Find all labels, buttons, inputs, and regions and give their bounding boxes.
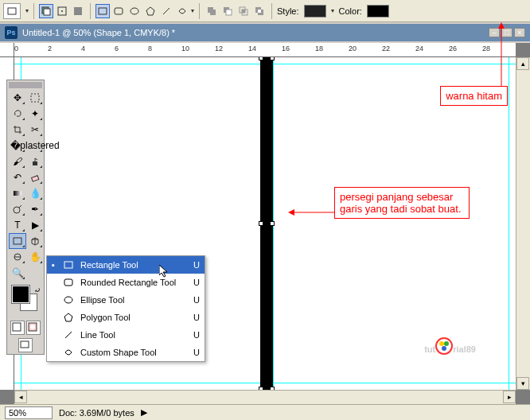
svg-marker-41 xyxy=(64,313,72,321)
menu-item-line-tool[interactable]: Line Tool U xyxy=(47,326,205,344)
blur-tool[interactable]: 💧 xyxy=(26,185,44,201)
style-dropdown-arrow[interactable]: ▾ xyxy=(331,7,334,14)
style-swatch[interactable] xyxy=(304,5,326,18)
svg-rect-2 xyxy=(44,9,50,15)
3d-tool[interactable] xyxy=(26,233,44,249)
lasso-tool[interactable] xyxy=(9,106,26,122)
bullet-icon: ▪ xyxy=(52,260,57,270)
color-label: Color: xyxy=(339,6,362,16)
ellipse-shape-button[interactable] xyxy=(127,4,142,18)
svg-rect-14 xyxy=(226,10,232,15)
move-tool[interactable]: ✥ xyxy=(9,90,26,106)
menu-item-label: Line Tool xyxy=(80,330,115,340)
dropdown-arrow-icon[interactable]: ▾ xyxy=(25,7,29,14)
shape-icon xyxy=(63,278,74,287)
menu-item-shortcut: U xyxy=(193,260,200,270)
ruler-origin[interactable] xyxy=(0,43,14,57)
ruler-tick: 18 xyxy=(315,45,323,52)
scroll-right-button[interactable]: ▸ xyxy=(503,391,516,403)
svg-point-36 xyxy=(30,325,35,329)
transform-bounding-box[interactable] xyxy=(260,57,273,390)
rounded-rectangle-shape-button[interactable] xyxy=(111,4,126,18)
scroll-left-button[interactable]: ◂ xyxy=(14,391,27,403)
ruler-tick: 14 xyxy=(248,45,256,52)
annotation-arrow-icon xyxy=(497,22,506,86)
annotation-rectangle: persegi panjang sebesar garis yang tadi … xyxy=(334,187,470,219)
menu-item-label: Rounded Rectangle Tool xyxy=(80,278,176,287)
shape-icon xyxy=(63,330,74,340)
zoom-tool[interactable]: 🔍 xyxy=(9,265,26,281)
document-info-dropdown[interactable]: ▶ xyxy=(141,407,147,418)
ruler-tick: 20 xyxy=(349,45,357,52)
brush-tool[interactable]: 🖌 xyxy=(9,154,26,169)
guide-vertical[interactable] xyxy=(509,57,509,390)
transform-handle[interactable] xyxy=(270,221,275,226)
svg-rect-17 xyxy=(242,10,245,13)
zoom-input[interactable]: 50% xyxy=(5,406,53,419)
foreground-color-swatch[interactable] xyxy=(12,286,29,303)
marquee-tool[interactable] xyxy=(26,90,44,106)
menu-item-label: Custom Shape Tool xyxy=(80,348,157,357)
shape-icon xyxy=(63,348,74,357)
menu-item-rectangle-tool[interactable]: ▪ Rectangle Tool U xyxy=(47,256,205,274)
scrollbar-vertical[interactable]: ▴ ▾ xyxy=(516,57,530,390)
ruler-tick: 6 xyxy=(115,45,119,52)
standard-mode-button[interactable] xyxy=(10,321,25,335)
svg-rect-12 xyxy=(210,10,216,15)
color-swatch[interactable] xyxy=(367,5,389,18)
menu-item-polygon-tool[interactable]: Polygon Tool U xyxy=(47,309,205,326)
subtract-from-shape-button[interactable] xyxy=(220,4,235,18)
healing-brush-tool[interactable]: �plastered xyxy=(26,138,44,154)
cursor-icon xyxy=(159,265,172,278)
close-button[interactable]: × xyxy=(514,28,525,37)
eraser-tool[interactable] xyxy=(26,169,44,185)
rectangle-shape-tool[interactable] xyxy=(9,233,26,249)
screen-mode-button[interactable] xyxy=(18,338,33,352)
path-selection-tool[interactable]: ▶ xyxy=(26,217,44,233)
shape-layers-button[interactable] xyxy=(39,4,53,18)
polygon-shape-button[interactable] xyxy=(143,4,158,18)
menu-item-label: Rectangle Tool xyxy=(80,260,138,270)
clone-stamp-tool[interactable] xyxy=(26,154,44,169)
add-to-shape-button[interactable] xyxy=(205,4,219,18)
scroll-down-button[interactable]: ▾ xyxy=(516,377,529,390)
type-tool[interactable]: T xyxy=(9,217,26,233)
svg-rect-31 xyxy=(14,238,21,244)
rectangle-shape-button[interactable] xyxy=(95,4,110,18)
shape-tool-flyout-menu: ▪ Rectangle Tool U Rounded Rectangle Too… xyxy=(46,255,205,362)
magic-wand-tool[interactable]: ✦ xyxy=(26,106,44,122)
menu-item-custom-shape-tool[interactable]: Custom Shape Tool U xyxy=(47,344,205,361)
ruler-horizontal[interactable]: 0246810121416182022242628 xyxy=(14,43,516,57)
hand-tool[interactable]: ✋ xyxy=(26,249,44,265)
menu-item-rounded-rectangle-tool[interactable]: Rounded Rectangle Tool U xyxy=(47,274,205,291)
transform-handle[interactable] xyxy=(259,221,263,226)
intersect-shape-button[interactable] xyxy=(236,4,251,18)
tool-preset-picker[interactable] xyxy=(3,3,21,19)
paths-button[interactable] xyxy=(55,4,69,18)
gradient-tool[interactable] xyxy=(9,185,26,201)
exclude-shape-button[interactable] xyxy=(252,4,267,18)
shape-options-dropdown[interactable]: ▾ xyxy=(191,7,194,14)
svg-marker-47 xyxy=(288,209,294,216)
3d-camera-tool[interactable] xyxy=(9,249,26,265)
scroll-up-button[interactable]: ▴ xyxy=(516,57,529,70)
pen-tool[interactable]: ✒ xyxy=(26,201,44,217)
svg-point-8 xyxy=(131,8,138,14)
line-shape-button[interactable] xyxy=(159,4,173,18)
svg-marker-45 xyxy=(498,22,505,29)
scrollbar-horizontal[interactable]: ◂ ▸ xyxy=(14,390,516,404)
menu-item-ellipse-tool[interactable]: Ellipse Tool U xyxy=(47,291,205,309)
quick-mask-button[interactable] xyxy=(26,321,41,335)
photoshop-icon: Ps xyxy=(5,26,18,39)
custom-shape-button[interactable] xyxy=(175,4,189,18)
watermark: tutrial89 xyxy=(424,333,476,358)
crop-tool[interactable] xyxy=(9,122,26,138)
ruler-tick: 28 xyxy=(482,45,490,52)
svg-rect-39 xyxy=(64,279,72,286)
history-brush-tool[interactable]: ↶ xyxy=(9,169,26,185)
swap-colors-icon[interactable]: ⤾ xyxy=(34,286,41,294)
tools-panel-grip[interactable] xyxy=(9,82,42,88)
slice-tool[interactable]: ✂ xyxy=(26,122,44,138)
fill-pixels-button[interactable] xyxy=(71,4,85,18)
dodge-tool[interactable] xyxy=(9,201,26,217)
